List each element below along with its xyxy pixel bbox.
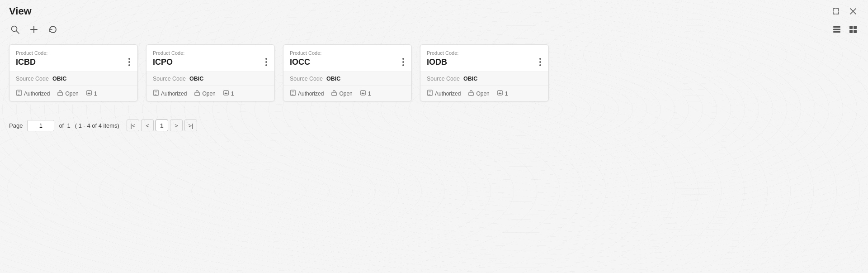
dot: [265, 64, 267, 66]
card-icbd-source-label: Source Code: [16, 76, 49, 82]
card-iodb-product-label: Product Code:: [427, 50, 542, 56]
svg-rect-27: [332, 92, 336, 96]
card-icpo: Product Code: ICPO Source Code OBIC: [146, 44, 275, 101]
page-prev-button[interactable]: <: [141, 120, 154, 131]
svg-rect-5: [833, 29, 840, 30]
page-current-button[interactable]: 1: [156, 120, 168, 131]
card-icbd-code-row: ICBD: [16, 57, 131, 67]
card-icpo-source-label: Source Code: [153, 76, 186, 82]
card-iocc-header: Product Code: IOCC: [283, 45, 411, 72]
list-view-button[interactable]: [831, 24, 843, 35]
card-iocc-edit: 1: [360, 90, 371, 97]
card-iocc-product-label: Product Code:: [290, 50, 405, 56]
authorized-icon: [16, 90, 22, 97]
card-icpo-authorized: Authorized: [153, 90, 187, 97]
card-iocc-menu-button[interactable]: [401, 57, 405, 67]
svg-rect-21: [195, 92, 199, 96]
dot: [128, 61, 130, 63]
resize-button[interactable]: [830, 6, 842, 16]
search-button[interactable]: [9, 24, 21, 35]
dot: [539, 58, 541, 60]
card-icpo-status-row: Authorized Open: [146, 86, 274, 101]
svg-rect-7: [849, 26, 853, 29]
card-icbd-menu-button[interactable]: [127, 57, 131, 67]
dot: [539, 61, 541, 63]
open-icon: [331, 90, 337, 97]
main-window: View: [0, 0, 868, 273]
card-iodb: Product Code: IODB Source Code OBIC: [420, 44, 549, 101]
card-iocc-code-row: IOCC: [290, 57, 405, 67]
card-iocc-edit-label: 1: [368, 91, 371, 97]
page-next-button[interactable]: >: [170, 120, 183, 131]
window-controls: [830, 6, 859, 16]
refresh-button[interactable]: [47, 24, 59, 35]
close-button[interactable]: [847, 6, 859, 16]
card-icbd-authorized: Authorized: [16, 90, 50, 97]
card-icbd-edit-label: 1: [94, 91, 97, 97]
open-icon: [57, 90, 63, 97]
title-bar: View: [0, 0, 868, 21]
card-iodb-open-label: Open: [476, 91, 489, 97]
card-iodb-source-value: OBIC: [463, 76, 477, 82]
svg-line-1: [16, 31, 19, 34]
card-icpo-header: Product Code: ICPO: [146, 45, 274, 72]
card-iocc-code-value: IOCC: [290, 57, 310, 67]
card-iocc-source-label: Source Code: [290, 76, 323, 82]
open-icon: [468, 90, 474, 97]
card-icbd-status-row: Authorized Open: [9, 86, 137, 101]
card-icpo-code-row: ICPO: [153, 57, 268, 67]
edit-icon: [360, 90, 366, 97]
svg-rect-15: [58, 92, 62, 96]
svg-rect-22: [224, 91, 228, 95]
card-iodb-source-label: Source Code: [427, 76, 460, 82]
card-icpo-open-label: Open: [202, 91, 215, 97]
card-icbd-source-row: Source Code OBIC: [9, 72, 137, 86]
grid-view-button[interactable]: [847, 24, 859, 35]
card-iodb-status-row: Authorized Open: [420, 86, 548, 101]
svg-rect-10: [854, 30, 857, 33]
card-iodb-menu-button[interactable]: [538, 57, 542, 67]
page-items-info: ( 1 - 4 of 4 items): [75, 122, 119, 129]
page-of-value: 1: [67, 122, 70, 129]
card-icpo-product-label: Product Code:: [153, 50, 268, 56]
card-icbd-source-value: OBIC: [52, 76, 66, 82]
svg-rect-34: [498, 91, 502, 95]
card-icbd-open: Open: [57, 90, 78, 97]
card-iodb-source-row: Source Code OBIC: [420, 72, 548, 86]
page-navigation: |< < 1 > >|: [127, 120, 197, 131]
card-icbd-header: Product Code: ICBD: [9, 45, 137, 72]
card-icpo-source-value: OBIC: [189, 76, 203, 82]
card-iodb-code-value: IODB: [427, 57, 447, 67]
dot: [402, 58, 404, 60]
card-icpo-open: Open: [194, 90, 215, 97]
add-button[interactable]: [28, 24, 40, 35]
edit-icon: [497, 90, 503, 97]
edit-icon: [86, 90, 92, 97]
page-first-button[interactable]: |<: [127, 120, 139, 131]
card-iodb-open: Open: [468, 90, 489, 97]
card-icbd-open-label: Open: [65, 91, 78, 97]
card-icpo-menu-button[interactable]: [264, 57, 268, 67]
svg-rect-9: [849, 30, 853, 33]
svg-rect-4: [833, 26, 840, 28]
card-iocc-source-row: Source Code OBIC: [283, 72, 411, 86]
window-title: View: [9, 5, 32, 17]
card-iocc-open-label: Open: [339, 91, 352, 97]
page-of-label: of 1: [59, 122, 70, 129]
card-iocc: Product Code: IOCC Source Code OBIC: [283, 44, 412, 101]
dot: [402, 64, 404, 66]
authorized-icon: [427, 90, 433, 97]
svg-rect-16: [87, 91, 91, 95]
card-icpo-edit: 1: [223, 90, 234, 97]
card-iodb-edit: 1: [497, 90, 508, 97]
page-input[interactable]: [27, 120, 54, 131]
card-icpo-code-value: ICPO: [153, 57, 173, 67]
toolbar-left: [9, 24, 59, 35]
svg-rect-6: [833, 31, 840, 33]
card-icpo-edit-label: 1: [231, 91, 234, 97]
page-last-button[interactable]: >|: [184, 120, 197, 131]
svg-rect-33: [469, 92, 473, 96]
card-iodb-edit-label: 1: [505, 91, 508, 97]
cards-container: Product Code: ICBD Source Code OBIC: [0, 40, 868, 110]
dot: [128, 58, 130, 60]
